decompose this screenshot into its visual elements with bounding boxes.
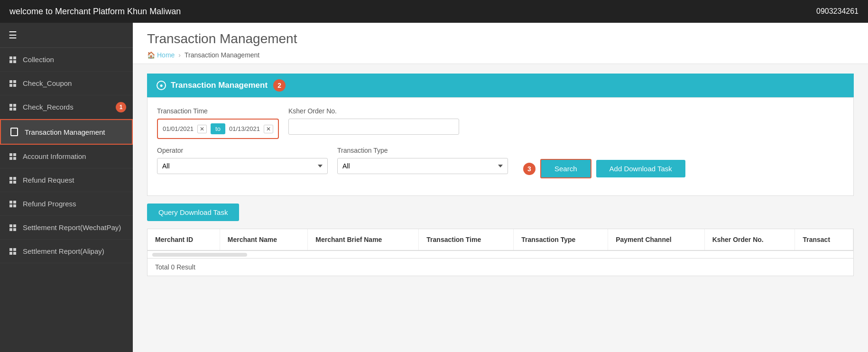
button-row: 3 Search Add Download Task bbox=[517, 159, 685, 178]
date-to-button[interactable]: to bbox=[211, 123, 225, 134]
sidebar-item-settlement-alipay[interactable]: Settlement Report(Alipay) bbox=[0, 240, 133, 263]
info-icon: ● bbox=[157, 81, 166, 90]
sidebar-item-account-information[interactable]: Account Information bbox=[0, 145, 133, 168]
ksher-order-label: Ksher Order No. bbox=[288, 107, 459, 115]
sidebar-label-settlement-alipay: Settlement Report(Alipay) bbox=[23, 247, 104, 255]
section-header: ● Transaction Management 2 bbox=[147, 74, 854, 97]
top-bar: welcome to Merchant Platform Khun Maliwa… bbox=[0, 0, 868, 23]
data-table: Merchant IDMerchant NameMerchant Brief N… bbox=[148, 229, 853, 251]
sidebar-item-refund-request[interactable]: Refund Request bbox=[0, 168, 133, 192]
date-range-box: 01/01/2021 ✕ to 01/13/2021 ✕ bbox=[157, 119, 279, 139]
breadcrumb: 🏠 Home › Transaction Management bbox=[147, 51, 854, 59]
date-to-clear[interactable]: ✕ bbox=[264, 125, 273, 133]
operator-group: Operator All bbox=[157, 147, 328, 174]
query-download-section: Query Download Task bbox=[147, 204, 854, 229]
sidebar-label-refund-progress: Refund Progress bbox=[23, 200, 76, 208]
page-title: Transaction Management bbox=[147, 31, 854, 46]
sidebar-item-transaction-management[interactable]: Transaction Management bbox=[0, 119, 133, 145]
query-download-button[interactable]: Query Download Task bbox=[147, 204, 239, 221]
col-transaction-type: Transaction Type bbox=[514, 229, 608, 250]
top-bar-title: welcome to Merchant Platform Khun Maliwa… bbox=[9, 7, 181, 17]
table-container: Merchant IDMerchant NameMerchant Brief N… bbox=[147, 229, 854, 276]
grid-icon-account-information bbox=[9, 153, 16, 160]
sidebar-label-refund-request: Refund Request bbox=[23, 176, 74, 184]
transaction-type-label: Transaction Type bbox=[337, 147, 508, 154]
badge-check-records: 1 bbox=[116, 102, 126, 112]
top-bar-phone: 0903234261 bbox=[816, 7, 859, 16]
search-button[interactable]: Search bbox=[540, 159, 591, 178]
step2-badge: 2 bbox=[273, 79, 286, 92]
col-merchant-name: Merchant Name bbox=[220, 229, 308, 250]
filter-row-2: Operator All Transaction Type All bbox=[157, 147, 844, 178]
horizontal-scrollbar[interactable] bbox=[148, 251, 853, 259]
transaction-time-label: Transaction Time bbox=[157, 107, 279, 115]
col-transact: Transact bbox=[795, 229, 853, 250]
hamburger-icon[interactable]: ☰ bbox=[9, 29, 17, 41]
action-buttons-group: 3 Search Add Download Task bbox=[517, 147, 685, 178]
sidebar-item-check-coupon[interactable]: Check_Coupon bbox=[0, 72, 133, 95]
col-ksher-order-no.: Ksher Order No. bbox=[704, 229, 795, 250]
sidebar-label-check-records: Check_Records bbox=[23, 103, 74, 111]
sidebar: ☰ CollectionCheck_CouponCheck_Records1Tr… bbox=[0, 23, 133, 352]
section-title: Transaction Management bbox=[171, 81, 268, 90]
step3-badge: 3 bbox=[523, 163, 536, 175]
grid-icon-check-coupon bbox=[9, 80, 16, 87]
page-header: Transaction Management 🏠 Home › Transact… bbox=[133, 23, 868, 64]
table-header: Merchant IDMerchant NameMerchant Brief N… bbox=[148, 229, 853, 250]
transaction-type-group: Transaction Type All bbox=[337, 147, 508, 174]
col-merchant-id: Merchant ID bbox=[148, 229, 220, 250]
grid-icon-settlement-wechat bbox=[9, 224, 16, 231]
main-content: ● Transaction Management 2 Transaction T… bbox=[133, 64, 868, 352]
sidebar-item-settlement-wechat[interactable]: Settlement Report(WechatPay) bbox=[0, 216, 133, 240]
sidebar-label-transaction-management: Transaction Management bbox=[25, 128, 105, 136]
ksher-order-group: Ksher Order No. bbox=[288, 107, 459, 135]
sidebar-item-refund-progress[interactable]: Refund Progress bbox=[0, 192, 133, 216]
date-to-value: 01/13/2021 bbox=[229, 125, 260, 132]
doc-icon-transaction-management bbox=[10, 128, 18, 136]
transaction-type-select[interactable]: All bbox=[337, 158, 508, 174]
total-result: Total 0 Result bbox=[148, 259, 853, 276]
operator-select[interactable]: All bbox=[157, 158, 328, 174]
breadcrumb-current: Transaction Management bbox=[185, 51, 259, 59]
grid-icon-settlement-alipay bbox=[9, 248, 16, 255]
date-from-clear[interactable]: ✕ bbox=[197, 125, 207, 133]
breadcrumb-separator: › bbox=[178, 51, 181, 59]
grid-icon-check-records bbox=[9, 104, 16, 111]
col-transaction-time: Transaction Time bbox=[419, 229, 514, 250]
operator-label: Operator bbox=[157, 147, 328, 154]
grid-icon-refund-request bbox=[9, 177, 16, 184]
sidebar-item-collection[interactable]: Collection bbox=[0, 48, 133, 72]
main-content-area: Transaction Management 🏠 Home › Transact… bbox=[133, 23, 868, 352]
grid-icon-refund-progress bbox=[9, 201, 16, 207]
transaction-time-group: Transaction Time 01/01/2021 ✕ to 01/13/2… bbox=[157, 107, 279, 139]
add-download-button[interactable]: Add Download Task bbox=[596, 160, 685, 177]
grid-icon-collection bbox=[9, 56, 16, 63]
col-payment-channel: Payment Channel bbox=[608, 229, 704, 250]
sidebar-label-check-coupon: Check_Coupon bbox=[23, 79, 72, 87]
sidebar-label-collection: Collection bbox=[23, 56, 54, 64]
ksher-order-input[interactable] bbox=[288, 119, 459, 135]
filter-section: Transaction Time 01/01/2021 ✕ to 01/13/2… bbox=[147, 97, 854, 196]
sidebar-item-check-records[interactable]: Check_Records1 bbox=[0, 95, 133, 119]
filter-row-1: Transaction Time 01/01/2021 ✕ to 01/13/2… bbox=[157, 107, 844, 139]
home-icon: 🏠 bbox=[147, 51, 155, 59]
scrollbar-track bbox=[152, 253, 247, 257]
sidebar-header: ☰ bbox=[0, 23, 133, 48]
date-from-value: 01/01/2021 bbox=[163, 125, 194, 132]
sidebar-label-settlement-wechat: Settlement Report(WechatPay) bbox=[23, 223, 121, 232]
col-merchant-brief-name: Merchant Brief Name bbox=[308, 229, 419, 250]
sidebar-label-account-information: Account Information bbox=[23, 152, 86, 160]
breadcrumb-home[interactable]: Home bbox=[157, 51, 175, 59]
